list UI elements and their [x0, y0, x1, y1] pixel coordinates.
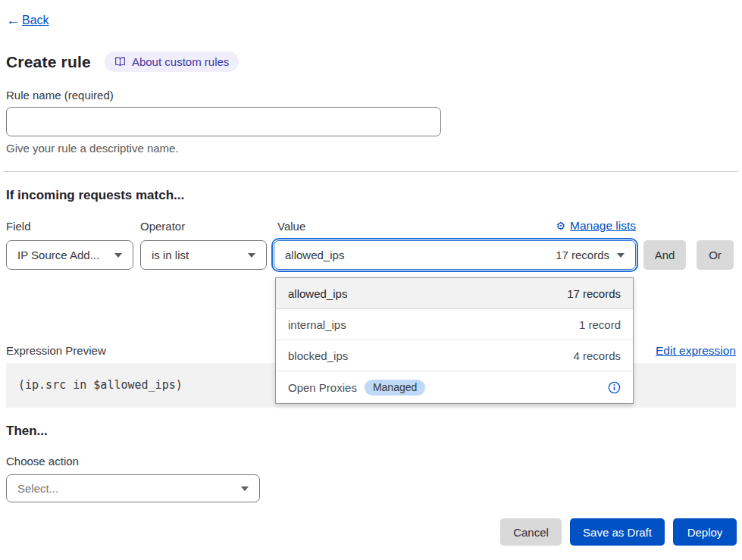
match-section-heading: If incoming requests match... [6, 188, 184, 203]
rule-name-label: Rule name (required) [6, 89, 114, 102]
dropdown-option-open-proxies[interactable]: Open Proxies Managed [276, 371, 633, 403]
save-as-draft-button[interactable]: Save as Draft [570, 518, 665, 546]
value-select[interactable]: allowed_ips 17 records [274, 240, 636, 270]
dropdown-option-allowed-ips[interactable]: allowed_ips 17 records [276, 278, 633, 309]
edit-expression-link[interactable]: Edit expression [656, 344, 736, 358]
value-select-value: allowed_ips [285, 249, 344, 261]
operator-label: Operator [140, 220, 185, 233]
action-select[interactable]: Select... [6, 474, 260, 502]
option-records: 1 record [579, 318, 621, 331]
deploy-button[interactable]: Deploy [673, 518, 737, 546]
chevron-down-icon [114, 253, 122, 258]
back-arrow-icon: ← [6, 13, 20, 27]
operator-select[interactable]: is in list [140, 240, 267, 270]
option-name: blocked_ips [288, 349, 348, 362]
section-divider [3, 171, 738, 172]
action-select-placeholder: Select... [17, 482, 58, 495]
option-records: 17 records [567, 287, 621, 300]
rule-name-input[interactable] [6, 107, 441, 136]
dropdown-option-blocked-ips[interactable]: blocked_ips 4 records [276, 340, 633, 371]
option-name: Open Proxies [288, 381, 357, 394]
title-row: Create rule About custom rules [6, 52, 239, 72]
expression-preview-label: Expression Preview [6, 344, 106, 357]
dropdown-option-internal-ips[interactable]: internal_ips 1 record [276, 309, 633, 340]
gear-icon: ⚙ [556, 220, 565, 232]
then-section-heading: Then... [6, 424, 48, 439]
option-records: 4 records [573, 349, 621, 362]
value-label: Value [277, 220, 305, 233]
back-link-label: Back [22, 14, 49, 27]
option-name: internal_ips [288, 318, 346, 331]
create-rule-page: ← Back Create rule About custom rules Ru… [0, 0, 742, 560]
managed-badge: Managed [365, 380, 425, 396]
back-link[interactable]: ← Back [6, 13, 49, 27]
expression-code: (ip.src in $allowed_ips) [18, 378, 183, 392]
rule-name-helper: Give your rule a descriptive name. [6, 142, 179, 155]
chevron-down-icon [241, 486, 249, 491]
choose-action-label: Choose action [6, 455, 79, 468]
value-select-records: 17 records [556, 249, 609, 261]
cancel-button[interactable]: Cancel [500, 518, 562, 546]
value-dropdown-panel: allowed_ips 17 records internal_ips 1 re… [275, 277, 634, 404]
or-button[interactable]: Or [697, 240, 734, 270]
manage-lists-link[interactable]: ⚙ Manage lists [556, 219, 636, 233]
page-title: Create rule [6, 53, 91, 71]
field-select-value: IP Source Add... [17, 249, 99, 261]
about-custom-rules-badge[interactable]: About custom rules [105, 52, 239, 72]
option-name: allowed_ips [288, 287, 347, 300]
about-badge-label: About custom rules [132, 55, 229, 68]
manage-lists-label: Manage lists [570, 219, 636, 233]
chevron-down-icon [617, 253, 625, 258]
field-label: Field [6, 220, 31, 233]
info-icon[interactable] [608, 381, 621, 394]
book-icon [114, 56, 126, 67]
and-button[interactable]: And [643, 240, 686, 270]
field-select[interactable]: IP Source Add... [6, 240, 133, 270]
chevron-down-icon [248, 253, 255, 258]
operator-select-value: is in list [152, 249, 189, 261]
